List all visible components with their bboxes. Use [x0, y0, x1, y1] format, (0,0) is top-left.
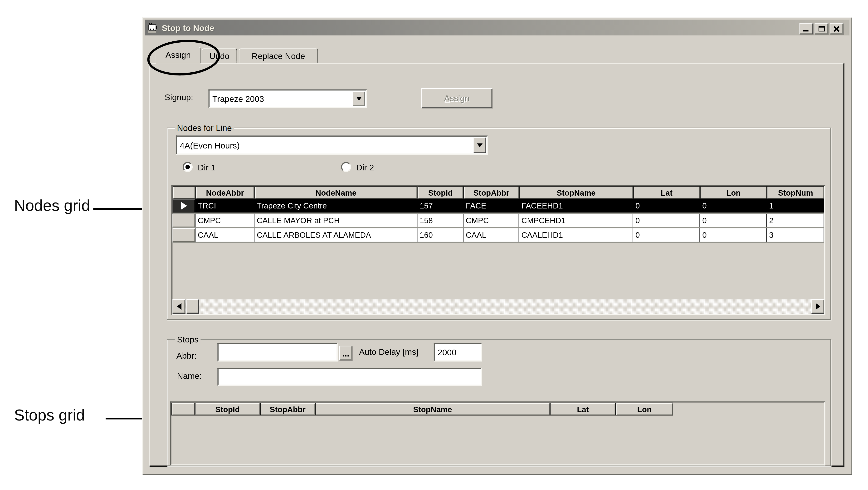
- cell[interactable]: CALLE ARBOLES AT ALAMEDA: [254, 228, 417, 242]
- current-row-marker-icon: [181, 202, 187, 210]
- column-header-stopname[interactable]: StopName: [315, 403, 550, 415]
- line-combobox[interactable]: 4A(Even Hours): [176, 136, 488, 154]
- stops-group: Stops Abbr: ... Auto Delay [ms] Name: St…: [167, 339, 831, 466]
- auto-delay-input[interactable]: [434, 343, 482, 362]
- dir-1-label: Dir 1: [198, 163, 216, 172]
- cell[interactable]: FACEEHD1: [519, 199, 633, 212]
- grid-header-row: StopIdStopAbbrStopNameLatLon: [172, 403, 824, 415]
- assign-button[interactable]: Assign: [422, 88, 492, 108]
- cell[interactable]: 158: [417, 214, 464, 227]
- column-header-nodeabbr[interactable]: NodeAbbr: [195, 186, 254, 199]
- column-header-stopabbr[interactable]: StopAbbr: [464, 186, 519, 199]
- cell[interactable]: 0: [633, 199, 700, 212]
- cell[interactable]: 0: [633, 214, 700, 227]
- nodes-grid-table: NodeAbbrNodeNameStopIdStopAbbrStopNameLa…: [173, 186, 824, 243]
- close-button[interactable]: [830, 23, 843, 34]
- cell[interactable]: 0: [700, 199, 767, 212]
- cell[interactable]: CAAL: [464, 228, 519, 242]
- cell[interactable]: 3: [767, 228, 824, 242]
- cell[interactable]: CAALEHD1: [519, 228, 633, 242]
- chevron-down-icon: [356, 97, 362, 101]
- scroll-left-button[interactable]: [173, 299, 185, 314]
- column-header-lat[interactable]: Lat: [633, 186, 700, 199]
- cell[interactable]: TRCI: [195, 199, 254, 212]
- column-header-stopabbr[interactable]: StopAbbr: [260, 403, 315, 415]
- grid-header-filler: [673, 403, 824, 415]
- tab-replace-node[interactable]: Replace Node: [239, 48, 318, 63]
- signup-combobox[interactable]: Trapeze 2003: [208, 89, 367, 108]
- stop-to-node-window: Stop to Node Assign Undo Replace Node Si…: [142, 17, 852, 475]
- cell[interactable]: 0: [700, 228, 767, 242]
- cell[interactable]: CMPCEHD1: [519, 214, 633, 227]
- grid-header-row: NodeAbbrNodeNameStopIdStopAbbrStopNameLa…: [173, 186, 824, 199]
- ellipsis-icon: ...: [342, 348, 349, 358]
- column-header-stopid[interactable]: StopId: [195, 403, 260, 415]
- column-header-stopname[interactable]: StopName: [519, 186, 633, 199]
- row-selector[interactable]: [173, 214, 195, 227]
- cell[interactable]: 160: [417, 228, 464, 242]
- stops-grid-table: StopIdStopAbbrStopNameLatLon: [172, 403, 824, 415]
- cell[interactable]: CMPC: [464, 214, 519, 227]
- auto-delay-label: Auto Delay [ms]: [359, 347, 418, 356]
- minimize-button[interactable]: [800, 23, 813, 34]
- cell[interactable]: CAAL: [195, 228, 254, 242]
- row-selector[interactable]: [173, 228, 195, 242]
- nodes-for-line-group-label: Nodes for Line: [175, 123, 234, 133]
- name-input[interactable]: [217, 368, 482, 386]
- dir-2-radio[interactable]: [341, 162, 351, 172]
- table-row[interactable]: CAALCALLE ARBOLES AT ALAMEDA160CAALCAALE…: [173, 228, 824, 243]
- row-selector[interactable]: [173, 199, 195, 212]
- abbr-label: Abbr:: [177, 351, 197, 360]
- dir-1-radio[interactable]: [183, 162, 193, 172]
- cell[interactable]: CMPC: [195, 214, 254, 227]
- abbr-browse-button[interactable]: ...: [339, 346, 352, 360]
- scroll-right-icon: [815, 303, 820, 310]
- column-header-lat[interactable]: Lat: [550, 403, 616, 415]
- signup-value: Trapeze 2003: [210, 90, 352, 107]
- line-dropdown-button[interactable]: [474, 137, 486, 153]
- stops-grid: StopIdStopAbbrStopNameLatLon: [170, 401, 826, 465]
- title-bar: Stop to Node: [145, 20, 850, 35]
- cell[interactable]: 1: [767, 199, 824, 212]
- scrollbar-track[interactable]: [199, 299, 811, 314]
- maximize-button[interactable]: [815, 23, 828, 34]
- chevron-down-icon: [477, 143, 483, 147]
- scroll-right-button[interactable]: [811, 299, 824, 314]
- signup-label: Signup:: [164, 92, 193, 102]
- screenshot-stage: Nodes grid Stops grid Stop to Node Assig…: [0, 0, 868, 490]
- window-title: Stop to Node: [162, 23, 214, 32]
- cell[interactable]: CALLE MAYOR at PCH: [254, 214, 417, 227]
- table-row[interactable]: CMPCCALLE MAYOR at PCH158CMPCCMPCEHD1002: [173, 214, 824, 228]
- cell[interactable]: 2: [767, 214, 824, 227]
- nodes-grid: NodeAbbrNodeNameStopIdStopAbbrStopNameLa…: [172, 185, 826, 315]
- app-bus-icon: [147, 22, 158, 33]
- cell[interactable]: Trapeze City Centre: [254, 199, 417, 212]
- assign-button-accesskey: A: [444, 93, 450, 103]
- column-header-stopid[interactable]: StopId: [417, 186, 464, 199]
- scrollbar-thumb[interactable]: [186, 299, 199, 314]
- name-label: Name:: [177, 371, 202, 380]
- dir-2-label: Dir 2: [356, 163, 374, 172]
- table-row[interactable]: TRCITrapeze City Centre157FACEFACEEHD100…: [173, 199, 824, 213]
- cell[interactable]: 0: [633, 228, 700, 242]
- stops-grid-annotation-label: Stops grid: [14, 406, 85, 425]
- abbr-input[interactable]: [217, 343, 338, 362]
- signup-dropdown-button[interactable]: [353, 91, 365, 106]
- column-header-lon[interactable]: Lon: [700, 186, 767, 199]
- column-header-nodename[interactable]: NodeName: [254, 186, 417, 199]
- stops-group-label: Stops: [175, 335, 201, 344]
- nodes-grid-annotation-label: Nodes grid: [14, 197, 90, 215]
- minimize-icon: [803, 30, 809, 31]
- maximize-icon: [818, 26, 825, 32]
- cell[interactable]: FACE: [464, 199, 519, 212]
- nodes-for-line-group: Nodes for Line 4A(Even Hours) Dir 1 Dir …: [167, 127, 831, 320]
- column-header-lon[interactable]: Lon: [616, 403, 673, 415]
- row-selector-header: [173, 186, 195, 199]
- line-value: 4A(Even Hours): [177, 137, 473, 153]
- assign-button-label: ssign: [450, 93, 469, 103]
- cell[interactable]: 157: [417, 199, 464, 212]
- cell[interactable]: 0: [700, 214, 767, 227]
- nodes-grid-horizontal-scrollbar[interactable]: [173, 299, 824, 314]
- column-header-stopnum[interactable]: StopNum: [767, 186, 824, 199]
- close-icon: [833, 25, 840, 32]
